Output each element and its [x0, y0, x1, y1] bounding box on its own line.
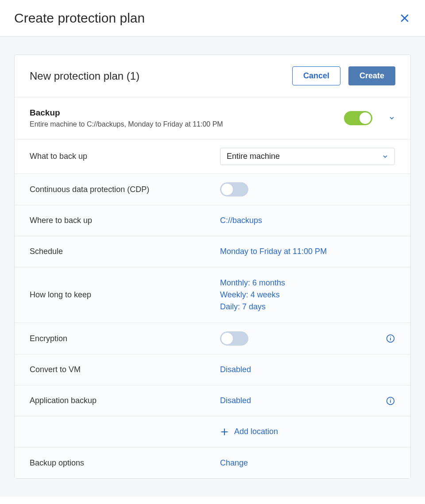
what-to-backup-select[interactable]: Entire machine [220, 148, 395, 165]
backup-collapse-button[interactable] [388, 115, 395, 122]
keep-weekly: Weekly: 4 weeks [220, 290, 280, 300]
toggle-knob [221, 333, 233, 344]
toggle-knob [221, 184, 233, 195]
what-to-backup-value: Entire machine [227, 152, 280, 161]
plus-icon [220, 427, 229, 436]
keep-daily: Daily: 7 days [220, 302, 266, 312]
plan-name[interactable]: New protection plan (1) [30, 70, 139, 82]
backup-header-text: Backup Entire machine to C://backups, Mo… [30, 108, 223, 128]
convert-vm-value[interactable]: Disabled [220, 365, 395, 374]
create-button[interactable]: Create [348, 66, 395, 85]
chevron-down-icon [382, 154, 388, 160]
app-backup-info-button[interactable] [386, 396, 395, 406]
schedule-label: Schedule [30, 247, 220, 256]
cdp-label: Continuous data protection (CDP) [30, 185, 220, 194]
backup-summary: Entire machine to C://backups, Monday to… [30, 120, 223, 128]
row-where: Where to back up C://backups [15, 205, 410, 236]
row-encryption: Encryption [15, 323, 410, 354]
app-backup-label: Application backup [30, 396, 220, 405]
keep-monthly: Monthly: 6 months [220, 278, 285, 288]
backup-options-value[interactable]: Change [220, 458, 395, 468]
info-icon [386, 334, 395, 343]
keep-label: How long to keep [30, 290, 220, 300]
svg-point-7 [390, 399, 391, 400]
add-location-label: Add location [234, 427, 278, 436]
schedule-value[interactable]: Monday to Friday at 11:00 PM [220, 247, 395, 256]
plan-card: New protection plan (1) Cancel Create Ba… [14, 54, 411, 479]
what-to-backup-label: What to back up [30, 152, 220, 161]
row-keep: How long to keep Monthly: 6 months Weekl… [15, 267, 410, 323]
encryption-label: Encryption [30, 334, 220, 343]
chevron-down-icon [389, 115, 395, 121]
backup-title: Backup [30, 108, 223, 118]
encryption-value [220, 331, 386, 346]
row-what-to-backup: What to back up Entire machine [15, 139, 410, 174]
backup-section-header: Backup Entire machine to C://backups, Mo… [15, 97, 410, 139]
row-convert-vm: Convert to VM Disabled [15, 354, 410, 385]
row-add-location: Add location [15, 416, 410, 447]
encryption-info-button[interactable] [386, 334, 395, 343]
add-location-button[interactable]: Add location [220, 427, 278, 436]
plan-card-header: New protection plan (1) Cancel Create [15, 55, 410, 97]
convert-vm-label: Convert to VM [30, 365, 220, 374]
where-label: Where to back up [30, 216, 220, 225]
info-icon [386, 396, 395, 405]
row-app-backup: Application backup Disabled [15, 385, 410, 416]
toggle-knob [359, 112, 371, 124]
add-location-cell: Add location [220, 427, 395, 436]
cdp-value [220, 182, 395, 196]
keep-value[interactable]: Monthly: 6 months Weekly: 4 weeks Daily:… [220, 276, 395, 314]
close-icon [399, 13, 410, 23]
backup-options-label: Backup options [30, 458, 220, 468]
cancel-button[interactable]: Cancel [292, 66, 340, 85]
where-value[interactable]: C://backups [220, 216, 395, 225]
row-backup-options: Backup options Change [15, 447, 410, 478]
backup-header-controls [344, 111, 395, 125]
modal-body: New protection plan (1) Cancel Create Ba… [0, 37, 425, 497]
app-backup-value[interactable]: Disabled [220, 396, 386, 405]
svg-point-4 [390, 336, 391, 337]
backup-toggle[interactable] [344, 111, 372, 125]
header-actions: Cancel Create [292, 66, 395, 85]
row-cdp: Continuous data protection (CDP) [15, 174, 410, 205]
row-schedule: Schedule Monday to Friday at 11:00 PM [15, 236, 410, 267]
close-button[interactable] [398, 12, 411, 24]
cdp-toggle[interactable] [220, 182, 248, 196]
encryption-toggle[interactable] [220, 331, 248, 346]
modal-title: Create protection plan [14, 11, 145, 26]
modal-header: Create protection plan [0, 0, 425, 37]
